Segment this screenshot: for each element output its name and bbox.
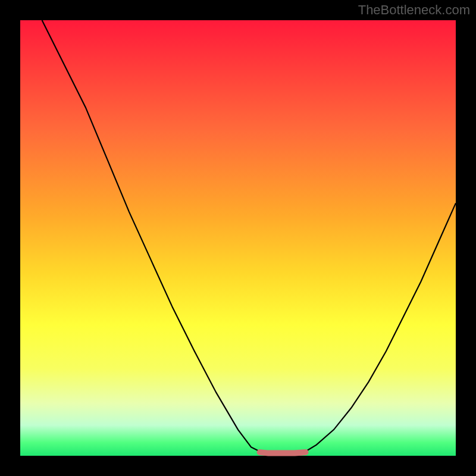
- chart-plot-area: [20, 20, 456, 456]
- watermark-text: TheBottleneck.com: [358, 2, 470, 18]
- curve-right: [306, 203, 456, 451]
- chart-svg: [20, 20, 456, 456]
- curve-left: [42, 20, 260, 452]
- flat-zone-highlight: [260, 452, 306, 453]
